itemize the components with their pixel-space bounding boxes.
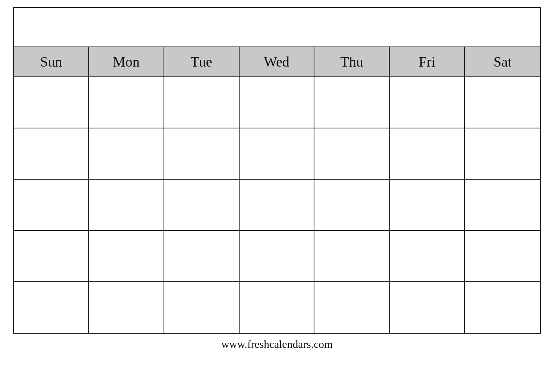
table-row <box>465 282 540 333</box>
table-row <box>240 180 315 231</box>
calendar-container: Sun Mon Tue Wed Thu Fri Sat <box>13 7 541 334</box>
table-row <box>14 282 89 333</box>
table-row <box>390 282 465 333</box>
table-row <box>164 77 240 128</box>
table-row <box>390 231 465 282</box>
footer-url: www.freshcalendars.com <box>221 338 333 354</box>
table-row <box>89 77 164 128</box>
table-row <box>164 128 240 180</box>
days-header-row: Sun Mon Tue Wed Thu Fri Sat <box>14 47 540 77</box>
table-row <box>89 282 164 333</box>
table-row <box>164 282 240 333</box>
table-row <box>240 128 315 180</box>
table-row <box>390 77 465 128</box>
table-row <box>164 180 240 231</box>
calendar-grid <box>14 77 540 333</box>
header-sat: Sat <box>465 47 540 76</box>
header-sun: Sun <box>14 47 89 76</box>
table-row <box>89 128 164 180</box>
table-row <box>240 77 315 128</box>
table-row <box>465 231 540 282</box>
table-row <box>14 128 89 180</box>
table-row <box>14 180 89 231</box>
table-row <box>314 282 390 333</box>
table-row <box>240 231 315 282</box>
table-row <box>89 231 164 282</box>
header-wed: Wed <box>240 47 315 76</box>
table-row <box>14 77 89 128</box>
header-mon: Mon <box>89 47 164 76</box>
header-tue: Tue <box>164 47 240 76</box>
table-row <box>314 128 390 180</box>
table-row <box>314 77 390 128</box>
table-row <box>240 282 315 333</box>
table-row <box>164 231 240 282</box>
table-row <box>465 77 540 128</box>
header-fri: Fri <box>390 47 465 76</box>
table-row <box>390 180 465 231</box>
calendar-title-area <box>14 8 540 47</box>
table-row <box>390 128 465 180</box>
table-row <box>314 231 390 282</box>
table-row <box>465 180 540 231</box>
header-thu: Thu <box>314 47 390 76</box>
table-row <box>314 180 390 231</box>
table-row <box>14 231 89 282</box>
table-row <box>465 128 540 180</box>
table-row <box>89 180 164 231</box>
